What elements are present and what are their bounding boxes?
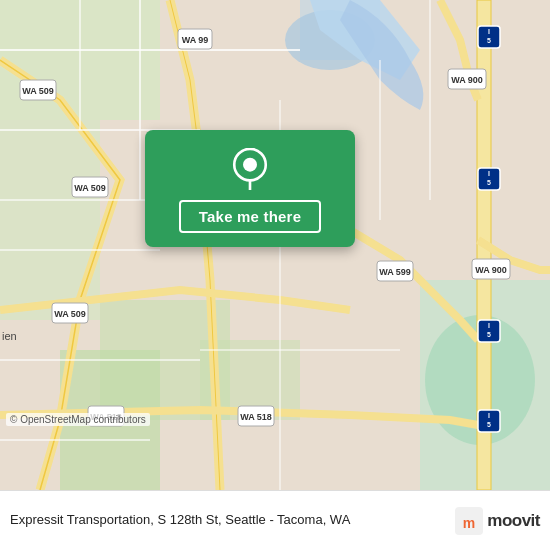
svg-text:I: I	[488, 322, 490, 329]
location-text: Expressit Transportation, S 128th St, Se…	[10, 511, 455, 529]
svg-text:I: I	[488, 28, 490, 35]
svg-text:WA 99: WA 99	[182, 35, 209, 45]
moovit-text: moovit	[487, 511, 540, 531]
svg-text:WA 599: WA 599	[379, 267, 411, 277]
svg-text:5: 5	[487, 37, 491, 44]
svg-text:5: 5	[487, 421, 491, 428]
take-me-there-button[interactable]: Take me there	[179, 200, 321, 233]
svg-text:5: 5	[487, 179, 491, 186]
bottom-bar: Expressit Transportation, S 128th St, Se…	[0, 490, 550, 550]
svg-text:WA 509: WA 509	[22, 86, 54, 96]
svg-text:I: I	[488, 412, 490, 419]
svg-text:ien: ien	[2, 330, 17, 342]
moovit-logo: m moovit	[455, 507, 540, 535]
copyright-text: © OpenStreetMap contributors	[6, 413, 150, 426]
svg-point-56	[243, 158, 257, 172]
svg-text:5: 5	[487, 331, 491, 338]
popup-card: Take me there	[145, 130, 355, 247]
svg-text:WA 509: WA 509	[54, 309, 86, 319]
svg-text:I: I	[488, 170, 490, 177]
location-pin-icon	[229, 148, 271, 190]
svg-text:m: m	[463, 515, 475, 531]
svg-text:WA 509: WA 509	[74, 183, 106, 193]
svg-text:WA 900: WA 900	[451, 75, 483, 85]
svg-text:WA 518: WA 518	[240, 412, 272, 422]
map-container: ien WA 509 WA 509 WA 509 WA 99 WA 900 WA…	[0, 0, 550, 490]
moovit-logo-icon: m	[455, 507, 483, 535]
svg-text:WA 900: WA 900	[475, 265, 507, 275]
